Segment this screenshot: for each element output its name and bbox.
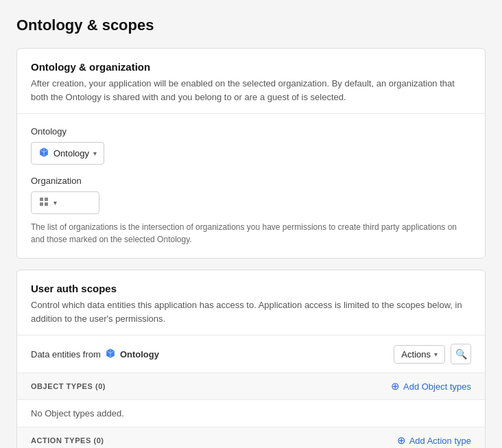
search-button[interactable]: 🔍	[451, 344, 471, 364]
svg-rect-2	[40, 202, 43, 206]
ontology-field-label: Ontology	[31, 126, 471, 137]
svg-rect-1	[45, 198, 48, 201]
organization-dropdown[interactable]: ▾	[31, 191, 99, 214]
object-types-label: OBJECT TYPES (0)	[31, 382, 106, 390]
grid-icon	[38, 196, 49, 209]
svg-rect-0	[40, 198, 43, 201]
ontology-card-body: Ontology Ontology ▾ Organization	[17, 114, 485, 258]
data-entities-label: Data entities from	[31, 349, 101, 359]
actions-label: Actions	[401, 349, 431, 359]
actions-chevron-icon: ▾	[434, 351, 438, 358]
organization-hint: The list of organizations is the interse…	[31, 221, 471, 246]
action-types-section-header: ACTION TYPES (0) ⊕ Add Action type	[17, 427, 485, 448]
org-chevron-down-icon: ▾	[53, 199, 57, 207]
user-auth-scopes-card: User auth scopes Control which data enti…	[16, 270, 486, 448]
add-action-type-button[interactable]: ⊕ Add Action type	[397, 434, 471, 447]
scopes-card-title: User auth scopes	[31, 283, 471, 294]
ontology-organization-card: Ontology & organization After creation, …	[16, 48, 486, 259]
table-header-right: Actions ▾ 🔍	[394, 344, 471, 364]
action-types-label: ACTION TYPES (0)	[31, 436, 104, 445]
table-ontology-icon	[105, 348, 116, 361]
page-title: Ontology & scopes	[16, 16, 486, 34]
object-types-empty-text: No Object types added.	[31, 408, 124, 418]
search-icon: 🔍	[455, 349, 467, 359]
add-action-type-label: Add Action type	[409, 436, 471, 446]
object-types-section-header: OBJECT TYPES (0) ⊕ Add Object types	[17, 373, 485, 400]
ontology-card-header: Ontology & organization After creation, …	[17, 49, 485, 114]
chevron-down-icon: ▾	[93, 150, 97, 157]
table-header-left: Data entities from Ontology	[31, 348, 159, 361]
ontology-dropdown-label: Ontology	[53, 148, 89, 158]
ontology-card-desc: After creation, your application will be…	[31, 77, 471, 104]
actions-button[interactable]: Actions ▾	[394, 345, 445, 364]
object-types-empty-row: No Object types added.	[17, 400, 485, 427]
table-ontology-name: Ontology	[120, 349, 159, 359]
ontology-card-title: Ontology & organization	[31, 61, 471, 73]
add-object-types-icon: ⊕	[391, 380, 400, 392]
add-action-type-icon: ⊕	[397, 434, 406, 447]
ontology-dropdown[interactable]: Ontology ▾	[31, 142, 104, 165]
scopes-table-header: Data entities from Ontology Actions ▾ 🔍	[17, 335, 485, 373]
organization-field-label: Organization	[31, 176, 471, 186]
ontology-cube-icon	[38, 147, 49, 160]
scopes-card-desc: Control which data entities this applica…	[31, 298, 471, 325]
scopes-card-header: User auth scopes Control which data enti…	[17, 270, 485, 335]
svg-rect-3	[45, 202, 48, 206]
add-object-types-button[interactable]: ⊕ Add Object types	[391, 380, 471, 392]
add-object-types-label: Add Object types	[403, 381, 471, 392]
